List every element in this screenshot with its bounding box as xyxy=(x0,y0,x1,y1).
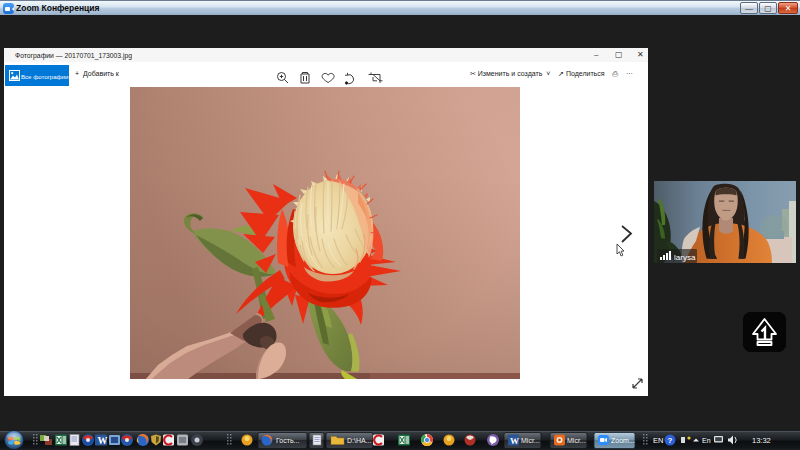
svg-text:Гость...: Гость... xyxy=(276,437,299,444)
svg-text:13:32: 13:32 xyxy=(752,436,771,445)
svg-text:?: ? xyxy=(668,436,673,445)
svg-text:larysa: larysa xyxy=(674,253,696,262)
svg-text:Micr...: Micr... xyxy=(521,437,540,444)
svg-text:W: W xyxy=(510,436,519,446)
svg-text:Zoom...: Zoom... xyxy=(611,437,635,444)
svg-text:EN: EN xyxy=(653,436,663,445)
svg-text:W: W xyxy=(98,435,108,446)
svg-text:Micr...: Micr... xyxy=(567,437,586,444)
svg-text:En: En xyxy=(702,437,711,444)
svg-text:D:\HA...: D:\HA... xyxy=(347,437,372,444)
